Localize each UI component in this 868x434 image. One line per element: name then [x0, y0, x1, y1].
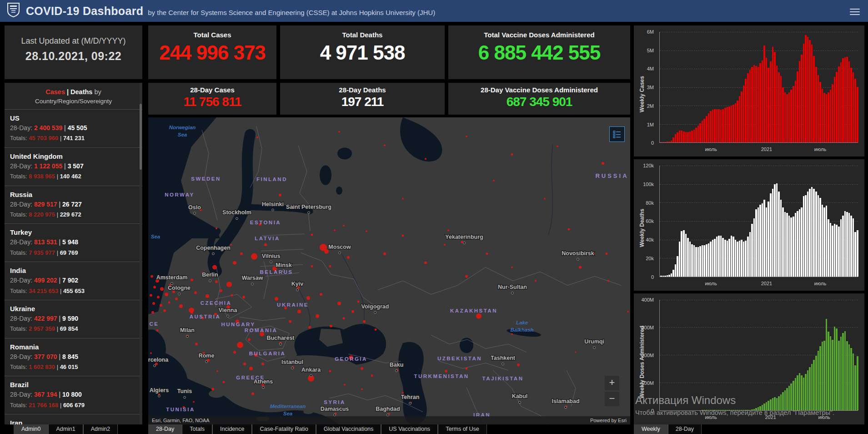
covid-dot[interactable] [237, 342, 243, 348]
covid-dot[interactable] [279, 194, 281, 197]
country-row-united-kingdom[interactable]: United Kingdom28-Day: 1 122 055 | 3 507T… [5, 147, 142, 186]
legend-button[interactable] [609, 126, 625, 142]
covid-dot[interactable] [557, 146, 558, 147]
country-row-brazil[interactable]: Brazil28-Day: 367 194 | 10 800Totals: 21… [5, 376, 142, 414]
covid-dot[interactable] [606, 252, 608, 255]
covid-dot[interactable] [361, 367, 363, 370]
covid-dot[interactable] [535, 280, 537, 282]
covid-dot[interactable] [248, 338, 251, 341]
tab-totals[interactable]: Totals [182, 424, 212, 434]
covid-dot[interactable] [311, 234, 313, 236]
covid-dot[interactable] [165, 293, 168, 296]
covid-dot[interactable] [212, 265, 217, 270]
covid-dot[interactable] [233, 261, 236, 265]
covid-dot[interactable] [347, 256, 350, 259]
covid-dot[interactable] [402, 392, 404, 394]
covid-dot[interactable] [261, 363, 264, 365]
tab-weekly[interactable]: Weekly [634, 424, 668, 434]
covid-dot[interactable] [211, 388, 214, 391]
covid-dot[interactable] [357, 301, 360, 303]
covid-dot[interactable] [330, 325, 332, 328]
covid-dot[interactable] [351, 310, 354, 313]
covid-dot[interactable] [476, 313, 482, 319]
covid-dot[interactable] [343, 225, 345, 227]
tab-admin1[interactable]: Admin1 [48, 424, 83, 434]
covid-dot[interactable] [466, 367, 468, 369]
covid-dot[interactable] [160, 287, 164, 291]
covid-dot[interactable] [289, 320, 291, 323]
covid-dot[interactable] [511, 333, 513, 335]
covid-dot[interactable] [206, 294, 209, 298]
covid-dot[interactable] [220, 289, 222, 292]
covid-dot[interactable] [150, 352, 152, 354]
tab-admin0[interactable]: Admin0 [14, 424, 48, 434]
covid-dot[interactable] [256, 136, 258, 138]
covid-dot[interactable] [568, 228, 570, 231]
tab-28-day[interactable]: 28-Day [668, 424, 702, 434]
zoom-out-button[interactable]: − [605, 392, 619, 406]
covid-dot[interactable] [163, 309, 166, 312]
covid-dot[interactable] [179, 304, 183, 308]
covid-dot[interactable] [371, 374, 373, 377]
tab-terms-of-use[interactable]: Terms of Use [438, 424, 487, 434]
covid-dot[interactable] [461, 241, 463, 243]
covid-dot[interactable] [517, 363, 520, 366]
covid-dot[interactable] [329, 370, 331, 372]
country-row-ukraine[interactable]: Ukraine28-Day: 422 997 | 9 590Totals: 2 … [5, 300, 142, 338]
country-row-russia[interactable]: Russia28-Day: 829 517 | 26 727Totals: 8 … [5, 186, 142, 224]
covid-dot[interactable] [544, 198, 546, 200]
covid-dot[interactable] [240, 252, 243, 255]
covid-dot[interactable] [424, 262, 427, 264]
covid-dot[interactable] [465, 275, 468, 278]
covid-dot[interactable] [607, 280, 609, 282]
covid-dot[interactable] [251, 393, 254, 395]
covid-dot[interactable] [275, 297, 278, 301]
covid-dot[interactable] [511, 267, 513, 268]
map-canvas[interactable]: NorwegianSeaSeaMediterraneanSeaLakeBalkh… [148, 117, 630, 424]
covid-dot[interactable] [243, 363, 246, 365]
covid-dot[interactable] [306, 296, 310, 300]
covid-dot[interactable] [175, 298, 178, 300]
covid-dot[interactable] [384, 145, 386, 146]
covid-dot[interactable] [575, 352, 577, 353]
covid-dot[interactable] [297, 310, 301, 313]
covid-dot[interactable] [216, 227, 217, 229]
cases-toggle[interactable]: Cases [45, 88, 65, 96]
covid-dot[interactable] [425, 158, 426, 160]
covid-dot[interactable] [402, 235, 404, 237]
covid-dot[interactable] [627, 311, 629, 313]
covid-dot[interactable] [157, 296, 160, 298]
covid-dot[interactable] [444, 244, 446, 246]
covid-dot[interactable] [447, 229, 449, 231]
covid-dot[interactable] [511, 153, 513, 156]
covid-dot[interactable] [242, 296, 245, 298]
covid-dot[interactable] [215, 280, 218, 283]
country-row-us[interactable]: US28-Day: 2 400 539 | 45 505Totals: 45 7… [5, 109, 142, 147]
tab-case-fatality-ratio[interactable]: Case-Fatality Ratio [252, 424, 316, 434]
covid-dot[interactable] [343, 317, 345, 319]
tab-global-vaccinations[interactable]: Global Vaccinations [316, 424, 381, 434]
covid-dot[interactable] [602, 162, 604, 165]
country-row-india[interactable]: India28-Day: 499 202 | 7 902Totals: 34 2… [5, 262, 142, 300]
covid-dot[interactable] [320, 293, 322, 296]
covid-dot[interactable] [151, 275, 153, 278]
covid-dot[interactable] [226, 282, 232, 287]
covid-dot[interactable] [193, 401, 195, 403]
covid-dot[interactable] [264, 243, 267, 246]
zoom-in-button[interactable]: + [605, 376, 619, 390]
covid-dot[interactable] [466, 136, 467, 137]
covid-dot[interactable] [191, 278, 193, 281]
powered-by-esri[interactable]: Powered by Esri [590, 418, 627, 423]
covid-dot[interactable] [216, 370, 218, 372]
covid-dot[interactable] [194, 291, 197, 294]
covid-dot[interactable] [338, 131, 340, 133]
covid-dot[interactable] [363, 320, 366, 323]
covid-dot[interactable] [316, 314, 319, 318]
covid-dot[interactable] [195, 343, 198, 345]
covid-dot[interactable] [308, 326, 311, 329]
covid-dot[interactable] [153, 286, 156, 288]
country-row-romania[interactable]: Romania28-Day: 377 070 | 8 845Totals: 1 … [5, 338, 142, 376]
covid-dot[interactable] [329, 265, 331, 267]
covid-dot[interactable] [231, 294, 233, 297]
covid-dot[interactable] [160, 304, 162, 307]
